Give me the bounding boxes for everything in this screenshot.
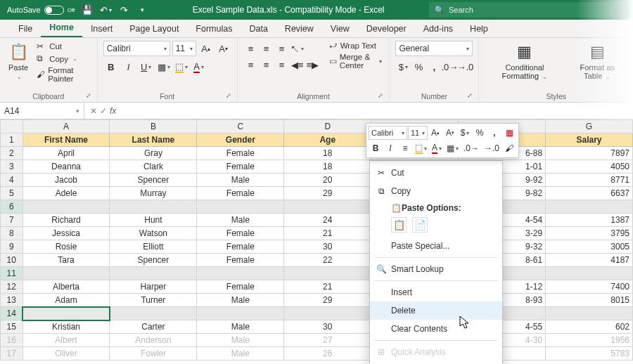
cell[interactable]: Spencer — [110, 254, 197, 267]
column-header-cell[interactable]: Salary — [546, 134, 633, 147]
row-header[interactable]: 16 — [1, 334, 23, 347]
row-header[interactable]: 5 — [1, 187, 23, 200]
accounting-format-icon[interactable]: $▾ — [395, 59, 411, 74]
row-header[interactable]: 6 — [1, 200, 23, 214]
increase-font-icon[interactable]: A▴ — [198, 41, 214, 56]
row-header[interactable]: 8 — [1, 227, 23, 240]
mini-comma-icon[interactable]: , — [487, 126, 501, 140]
cell[interactable]: Female — [197, 227, 284, 240]
align-middle-icon[interactable]: ≡ — [259, 41, 274, 56]
context-quick-analysis[interactable]: ⊞Quick Analysis — [370, 343, 502, 361]
border-button[interactable]: ▦▾ — [156, 59, 172, 74]
fill-color-button[interactable]: ⬚▾ — [174, 59, 189, 74]
cell[interactable]: Deanna — [23, 160, 110, 174]
mini-increase-font-icon[interactable]: A▴ — [428, 126, 442, 140]
col-header-B[interactable]: B — [110, 120, 197, 134]
cell[interactable] — [284, 307, 371, 320]
cell[interactable]: Adam — [23, 294, 110, 307]
align-left-icon[interactable]: ≡ — [243, 57, 259, 72]
tab-data[interactable]: Data — [241, 20, 276, 37]
cell[interactable]: 21 — [284, 280, 371, 294]
search-box[interactable]: 🔍 Search — [429, 2, 626, 18]
cell[interactable]: Male — [197, 320, 284, 334]
cell[interactable]: April — [23, 147, 110, 160]
cell[interactable]: Harper — [110, 280, 197, 294]
row-header[interactable]: 17 — [1, 347, 23, 360]
cell[interactable]: Spencer — [110, 174, 197, 187]
cell[interactable] — [546, 307, 633, 320]
tab-formulas[interactable]: Formulas — [187, 20, 241, 37]
col-header-C[interactable]: C — [197, 120, 284, 134]
cell[interactable] — [23, 200, 110, 214]
cell[interactable]: Male — [197, 294, 284, 307]
mini-decrease-font-icon[interactable]: A▾ — [443, 126, 457, 140]
fx-icon[interactable]: fx — [110, 106, 116, 116]
comma-format-icon[interactable]: , — [426, 59, 442, 74]
cell[interactable]: Murray — [110, 187, 197, 200]
number-format-select[interactable]: General▾ — [395, 41, 473, 56]
mini-border-icon[interactable]: ▦▾ — [445, 141, 461, 155]
cell[interactable]: 1387 — [546, 214, 633, 227]
cell[interactable]: 18 — [284, 147, 371, 160]
underline-button[interactable]: U▾ — [139, 59, 154, 74]
merge-center-button[interactable]: ▭Merge & Center ▾ — [328, 52, 384, 70]
cell[interactable]: Carter — [110, 320, 197, 334]
cell[interactable]: 30 — [284, 320, 371, 334]
cell[interactable] — [284, 267, 371, 280]
redo-icon[interactable]: ↷ — [118, 4, 129, 15]
align-center-icon[interactable]: ≡ — [259, 57, 274, 72]
column-header-cell[interactable]: Gender — [197, 134, 284, 147]
cell[interactable]: 18 — [284, 160, 371, 174]
tab-developer[interactable]: Developer — [358, 20, 415, 37]
enter-formula-icon[interactable]: ✓ — [100, 106, 107, 116]
tab-view[interactable]: View — [322, 20, 358, 37]
conditional-formatting-button[interactable]: ▦ Conditional Formatting ⌄ — [485, 41, 564, 82]
cell[interactable]: Kristian — [23, 320, 110, 334]
format-painter-button[interactable]: 🖌Format Painter — [35, 65, 91, 84]
cell[interactable]: 29 — [284, 187, 371, 200]
cell[interactable]: Tara — [23, 254, 110, 267]
cell[interactable] — [197, 200, 284, 214]
undo-icon[interactable]: ↶▾ — [100, 4, 111, 15]
row-header[interactable]: 10 — [1, 254, 23, 267]
row-header[interactable]: 15 — [1, 320, 23, 334]
cell[interactable]: Hunt — [110, 214, 197, 227]
bold-button[interactable]: B — [103, 59, 119, 74]
cancel-formula-icon[interactable]: ✕ — [90, 106, 97, 116]
align-top-icon[interactable]: ≡ — [243, 41, 259, 56]
mini-size-select[interactable]: 11▾ — [408, 126, 428, 140]
cell[interactable]: 22 — [284, 254, 371, 267]
increase-decimal-icon[interactable]: .0→ — [442, 59, 457, 74]
italic-button[interactable]: I — [121, 59, 136, 74]
increase-indent-icon[interactable]: ≡▶ — [305, 57, 321, 72]
cell[interactable]: Female — [197, 280, 284, 294]
autosave-toggle[interactable]: AutoSave Off — [7, 6, 75, 15]
cell[interactable]: 30 — [284, 240, 371, 254]
copy-button[interactable]: ⧉Copy ⌄ — [35, 53, 91, 64]
cell[interactable]: 24 — [284, 214, 371, 227]
cell[interactable]: Jacob — [23, 174, 110, 187]
cell[interactable]: 4050 — [546, 160, 633, 174]
decrease-decimal-icon[interactable]: →.0 — [457, 59, 473, 74]
number-launcher-icon[interactable]: ⤢ — [467, 92, 475, 100]
decrease-indent-icon[interactable]: ◀≡ — [290, 57, 305, 72]
mini-bold-icon[interactable]: B — [369, 141, 383, 155]
cell[interactable]: Female — [197, 160, 284, 174]
cell[interactable]: 8015 — [546, 294, 633, 307]
align-right-icon[interactable]: ≡ — [274, 57, 290, 72]
cell[interactable]: Male — [197, 347, 284, 360]
cell[interactable] — [110, 307, 197, 320]
cell[interactable]: 8771 — [546, 174, 633, 187]
cell[interactable]: Jessica — [23, 227, 110, 240]
mini-fontcolor-icon[interactable]: A▾ — [430, 141, 444, 155]
paste-option-1-icon[interactable]: 📋 — [391, 217, 407, 233]
cell[interactable] — [546, 267, 633, 280]
tab-help[interactable]: Help — [461, 20, 497, 37]
mini-percent-icon[interactable]: % — [473, 126, 487, 140]
context-copy[interactable]: ⧉Copy — [370, 182, 502, 200]
context-clear-contents[interactable]: Clear Contents — [370, 320, 502, 338]
paste-option-2-icon[interactable]: 📄 — [412, 217, 428, 233]
cell[interactable]: Alberta — [23, 280, 110, 294]
cell[interactable]: 3005 — [546, 240, 633, 254]
save-icon[interactable]: 💾 — [82, 4, 93, 15]
